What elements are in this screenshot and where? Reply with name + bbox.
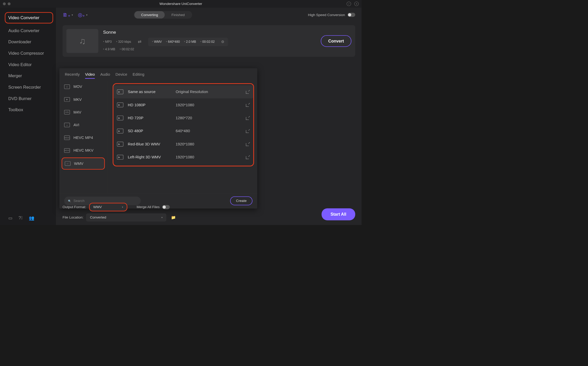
format-mov[interactable]: ◎MOV xyxy=(59,80,107,93)
src-format: MP3 xyxy=(103,40,112,44)
tab-converting[interactable]: Converting xyxy=(134,11,165,18)
dst-size: 2.0 MB xyxy=(184,40,196,44)
merge-label: Merge All Files xyxy=(136,205,160,209)
sidebar-item-screen-recorder[interactable]: Screen Recorder xyxy=(0,82,56,93)
edit-icon[interactable] xyxy=(246,129,250,133)
sidebar-item-toolbox[interactable]: Toolbox xyxy=(0,104,56,116)
close-dot[interactable] xyxy=(3,2,6,5)
sidebar-item-downloader[interactable]: Downloader xyxy=(0,36,56,48)
output-format-label: Output Format: xyxy=(63,205,86,209)
sidebar-item-video-compressor[interactable]: Video Compressor xyxy=(0,48,56,59)
high-speed-label: High Speed Conversion xyxy=(308,13,345,17)
chevron-down-icon: ▾ xyxy=(86,13,87,16)
high-speed-toggle[interactable] xyxy=(347,13,355,17)
titlebar: Wondershare UniConverter ✓ ≡ xyxy=(0,0,362,8)
target-format-pill[interactable]: WMV 640*480 2.0 MB 00:02:02 ⚙ xyxy=(148,38,228,46)
video-icon xyxy=(117,102,124,107)
res-hd-720p[interactable]: HD 720P 1280*720 xyxy=(113,111,253,124)
shuffle-icon: ⇄ xyxy=(138,39,141,44)
src-dur: 00:02:02 xyxy=(120,47,134,51)
disc-small-icon: ◎ xyxy=(64,85,70,89)
video-small-icon: ▶ xyxy=(64,97,70,102)
resolution-list: Same as source Original Resolution HD 10… xyxy=(107,80,257,193)
video-icon xyxy=(117,89,124,94)
footer: Output Format: WMV ▾ Merge All Files Fil… xyxy=(56,201,361,225)
start-all-button[interactable]: Start All xyxy=(322,208,355,220)
tab-editing[interactable]: Editing xyxy=(133,72,144,79)
format-popup: Recently Video Audio Device Editing ◎MOV… xyxy=(59,68,257,208)
merge-toggle[interactable] xyxy=(162,205,170,209)
src-bitrate: 320 kbps xyxy=(116,40,131,44)
music-note-icon: ♫ xyxy=(79,36,86,46)
file-location-select[interactable]: Converted ▾ xyxy=(86,214,166,221)
format-mkv[interactable]: ▶MKV xyxy=(59,93,107,106)
convert-button[interactable]: Convert xyxy=(321,35,351,47)
file-location-label: File Location: xyxy=(63,215,83,220)
tab-finished[interactable]: Finished xyxy=(165,11,192,18)
dst-format: WMV xyxy=(152,40,162,44)
sidebar-item-video-editor[interactable]: Video Editor xyxy=(0,59,56,71)
segmented-control: Converting Finished xyxy=(134,11,192,19)
output-format-select[interactable]: WMV ▾ xyxy=(89,203,127,211)
format-avi[interactable]: ▭AVI xyxy=(59,119,107,131)
disc-icon: ◎₊ xyxy=(78,12,85,18)
sidebar-item-video-converter[interactable]: Video Converter xyxy=(5,12,53,24)
item-title: Sonne xyxy=(103,30,316,35)
src-size: 4.9 MB xyxy=(103,47,115,51)
add-file-icon: 🗎₊ xyxy=(63,12,70,18)
sidebar-item-merger[interactable]: Merger xyxy=(0,70,56,82)
add-file-button[interactable]: 🗎₊▾ xyxy=(63,12,73,18)
traffic-lights xyxy=(3,2,11,5)
edit-icon[interactable] xyxy=(246,155,250,159)
edit-icon[interactable] xyxy=(246,103,250,107)
resolution-highlight-box: Same as source Original Resolution HD 10… xyxy=(113,83,254,166)
video-icon xyxy=(117,142,124,146)
edit-icon[interactable] xyxy=(246,90,250,94)
sidebar-item-dvd-burner[interactable]: DVD Burner xyxy=(0,93,56,104)
film-small-icon: ▭ xyxy=(65,161,71,166)
res-hd-1080p[interactable]: HD 1080P 1920*1080 xyxy=(113,98,253,111)
format-hevc-mkv[interactable]: HEVCHEVC MKV xyxy=(59,144,107,157)
gear-icon[interactable]: ⚙ xyxy=(221,40,224,44)
video-icon xyxy=(117,155,124,159)
toolbar: 🗎₊▾ ◎₊▾ Converting Finished High Speed C… xyxy=(56,8,361,22)
chevron-down-icon: ▾ xyxy=(122,206,123,208)
account-icon[interactable]: ✓ xyxy=(347,2,351,6)
help-icon[interactable]: ?⃝ xyxy=(18,215,23,221)
m4v-small-icon: m4v xyxy=(64,110,70,114)
format-m4v[interactable]: m4vM4V xyxy=(59,106,107,118)
book-icon[interactable]: ▭ xyxy=(8,215,12,221)
res-sd-480p[interactable]: SD 480P 640*480 xyxy=(113,124,253,137)
format-tabs: Recently Video Audio Device Editing xyxy=(59,68,257,80)
tab-device[interactable]: Device xyxy=(115,72,127,79)
edit-icon[interactable] xyxy=(246,116,250,120)
add-disc-button[interactable]: ◎₊▾ xyxy=(78,12,88,18)
format-list: ◎MOV ▶MKV m4vM4V ▭AVI HEVCHEVC MP4 HEVCH… xyxy=(59,80,107,193)
conversion-item: ♫ Sonne MP3 320 kbps ⇄ WMV 640*480 2.0 M… xyxy=(63,25,355,57)
chevron-down-icon: ▾ xyxy=(161,216,162,219)
minimize-dot[interactable] xyxy=(8,2,11,5)
dst-res: 640*480 xyxy=(166,40,180,44)
folder-icon[interactable]: 📁 xyxy=(171,215,176,220)
res-left-right-3d[interactable]: Left-Right 3D WMV 1920*1080 xyxy=(113,151,253,164)
video-icon xyxy=(117,129,124,133)
tab-recently[interactable]: Recently xyxy=(65,72,80,79)
video-icon xyxy=(117,116,124,120)
hevc-small-icon: HEVC xyxy=(64,148,70,153)
sidebar: Video Converter Audio Converter Download… xyxy=(0,8,56,225)
edit-icon[interactable] xyxy=(246,142,250,146)
film-small-icon: ▭ xyxy=(64,123,70,127)
tab-audio[interactable]: Audio xyxy=(100,72,110,79)
app-title: Wondershare UniConverter xyxy=(160,2,202,6)
thumbnail: ♫ xyxy=(66,29,98,53)
menu-icon[interactable]: ≡ xyxy=(354,2,359,6)
sidebar-item-audio-converter[interactable]: Audio Converter xyxy=(0,25,56,37)
res-same-as-source[interactable]: Same as source Original Resolution xyxy=(113,85,253,98)
res-red-blue-3d[interactable]: Red-Blue 3D WMV 1920*1080 xyxy=(113,138,253,151)
people-icon[interactable]: 👥 xyxy=(29,215,35,221)
hevc-small-icon: HEVC xyxy=(64,136,70,140)
format-hevc-mp4[interactable]: HEVCHEVC MP4 xyxy=(59,131,107,144)
chevron-down-icon: ▾ xyxy=(72,13,73,16)
tab-video[interactable]: Video xyxy=(85,72,95,79)
format-wmv[interactable]: ▭WMV xyxy=(61,158,105,170)
